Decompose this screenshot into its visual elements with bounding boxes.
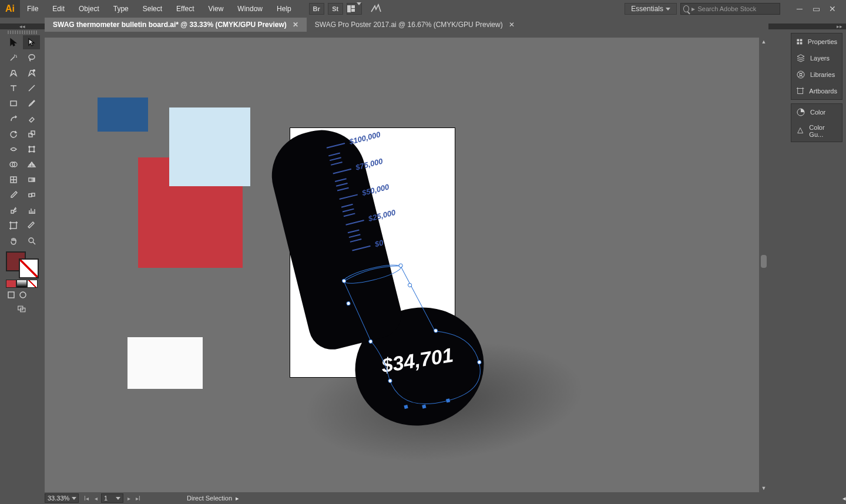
scroll-thumb[interactable] xyxy=(761,255,767,268)
type-tool[interactable] xyxy=(5,81,22,95)
tab-close-icon[interactable]: ✕ xyxy=(293,21,298,29)
eraser-tool[interactable] xyxy=(23,112,40,126)
swatch-blue[interactable] xyxy=(98,98,148,132)
menu-edit[interactable]: Edit xyxy=(45,5,72,13)
direct-selection-tool[interactable] xyxy=(23,35,40,49)
line-segment-tool[interactable] xyxy=(23,81,40,95)
eyedropper-tool[interactable] xyxy=(5,188,22,202)
window-maximize[interactable]: ▭ xyxy=(812,5,820,13)
column-graph-tool[interactable] xyxy=(23,203,40,217)
gradient-tool[interactable] xyxy=(23,173,40,187)
window-minimize[interactable]: ─ xyxy=(795,5,804,13)
svg-rect-16 xyxy=(29,178,35,182)
pen-tool[interactable] xyxy=(5,66,22,80)
svg-point-9 xyxy=(29,146,30,147)
thermometer[interactable]: $100,000 $75,000 $50,000 $25,000 $0 $34,… xyxy=(290,126,513,419)
menu-effect[interactable]: Effect xyxy=(169,5,201,13)
color-mode-none[interactable] xyxy=(27,280,38,288)
magic-wand-tool[interactable] xyxy=(5,51,22,65)
curvature-tool[interactable] xyxy=(23,66,40,80)
svg-rect-17 xyxy=(29,194,32,197)
slice-tool[interactable] xyxy=(23,219,40,233)
panel-color-guide[interactable]: Color Gu... xyxy=(791,120,842,142)
svg-rect-33 xyxy=(798,89,803,94)
panel-properties[interactable]: Properties xyxy=(791,33,842,50)
vertical-scrollbar[interactable]: ▲ ▼ xyxy=(759,38,768,492)
tab-close-icon[interactable]: ✕ xyxy=(509,21,515,29)
screen-mode[interactable] xyxy=(15,303,30,315)
stock-button[interactable]: St xyxy=(328,3,343,15)
artboard-tool[interactable] xyxy=(5,219,22,233)
first-artboard[interactable]: I◂ xyxy=(82,494,90,502)
search-input[interactable] xyxy=(697,5,777,12)
zoom-level[interactable]: 33.33% xyxy=(45,493,79,503)
svg-point-23 xyxy=(20,292,26,298)
lasso-tool[interactable] xyxy=(23,51,40,65)
menu-file[interactable]: File xyxy=(20,5,45,13)
color-mode-solid[interactable] xyxy=(6,280,16,288)
prev-artboard[interactable]: ◂ xyxy=(92,494,100,502)
chevron-down-icon xyxy=(666,8,670,11)
panel-label: Artboards xyxy=(809,88,837,95)
menu-help[interactable]: Help xyxy=(270,5,298,13)
menu-window[interactable]: Window xyxy=(230,5,270,13)
draw-behind[interactable] xyxy=(18,290,28,300)
svg-rect-5 xyxy=(11,101,16,106)
window-close[interactable]: ✕ xyxy=(828,5,837,13)
rectangle-tool[interactable] xyxy=(5,96,22,110)
swatch-white[interactable] xyxy=(127,337,203,389)
svg-rect-0 xyxy=(347,5,351,12)
rotate-tool[interactable] xyxy=(5,127,22,141)
panel-group-2: Color Color Gu... xyxy=(791,103,842,142)
shape-builder-tool[interactable] xyxy=(5,157,22,172)
scroll-down-icon[interactable]: ▼ xyxy=(759,484,768,492)
hand-tool[interactable] xyxy=(5,234,22,248)
next-artboard[interactable]: ▸ xyxy=(125,494,133,502)
panel-artboards[interactable]: Artboards xyxy=(791,83,842,99)
panel-label: Properties xyxy=(808,38,837,45)
stroke-color-swatch[interactable] xyxy=(19,258,39,278)
canvas[interactable]: $100,000 $75,000 $50,000 $25,000 $0 $34,… xyxy=(45,38,768,492)
artboard-number[interactable]: 1 xyxy=(101,493,123,503)
blend-tool[interactable] xyxy=(23,188,40,202)
tool-panel-collapse[interactable]: ◂◂ xyxy=(0,23,45,29)
arrange-documents-button[interactable] xyxy=(347,3,362,15)
fill-stroke-swatch[interactable] xyxy=(6,251,39,278)
zoom-tool[interactable] xyxy=(23,234,40,248)
color-mode-gradient[interactable] xyxy=(16,280,27,288)
menu-select[interactable]: Select xyxy=(136,5,169,13)
gpu-preview-icon[interactable] xyxy=(370,4,382,15)
selection-tool[interactable] xyxy=(5,35,22,49)
menu-view[interactable]: View xyxy=(202,5,231,13)
shaper-tool[interactable] xyxy=(5,112,22,126)
perspective-grid-tool[interactable] xyxy=(23,157,40,172)
workspace-switcher[interactable]: Essentials xyxy=(625,3,677,15)
paintbrush-tool[interactable] xyxy=(23,96,40,110)
draw-normal[interactable] xyxy=(6,290,16,300)
menu-type[interactable]: Type xyxy=(106,5,136,13)
svg-rect-22 xyxy=(8,292,14,298)
scale-tool[interactable] xyxy=(23,127,40,141)
swatch-light-blue[interactable] xyxy=(169,107,250,186)
panel-layers[interactable]: Layers xyxy=(791,50,842,66)
menu-bar: Ai File Edit Object Type Select Effect V… xyxy=(0,0,846,18)
search-adobe-stock[interactable]: ▸ xyxy=(680,3,780,15)
right-dock-expand[interactable]: ▸▸ xyxy=(768,23,846,29)
last-artboard[interactable]: ▸I xyxy=(134,494,142,502)
mesh-tool[interactable] xyxy=(5,173,22,187)
scroll-up-icon[interactable]: ▲ xyxy=(759,38,768,46)
tab-document-1[interactable]: SWAG thermometer bulletin board.ai* @ 33… xyxy=(45,18,307,32)
menu-object[interactable]: Object xyxy=(72,5,106,13)
hscroll-left[interactable]: ◂ xyxy=(842,495,846,502)
app-logo: Ai xyxy=(0,0,20,18)
panel-color[interactable]: Color xyxy=(791,104,842,120)
symbol-sprayer-tool[interactable] xyxy=(5,203,22,217)
tab-document-2[interactable]: SWAG Pro Poster 2017.ai @ 16.67% (CMYK/G… xyxy=(307,18,523,32)
svg-point-3 xyxy=(29,55,35,59)
bridge-button[interactable]: Br xyxy=(309,3,324,15)
width-tool[interactable] xyxy=(5,142,22,156)
free-transform-tool[interactable] xyxy=(23,142,40,156)
panel-grip[interactable] xyxy=(8,31,37,34)
status-menu[interactable]: ▸ xyxy=(236,495,239,502)
panel-libraries[interactable]: Libraries xyxy=(791,66,842,83)
